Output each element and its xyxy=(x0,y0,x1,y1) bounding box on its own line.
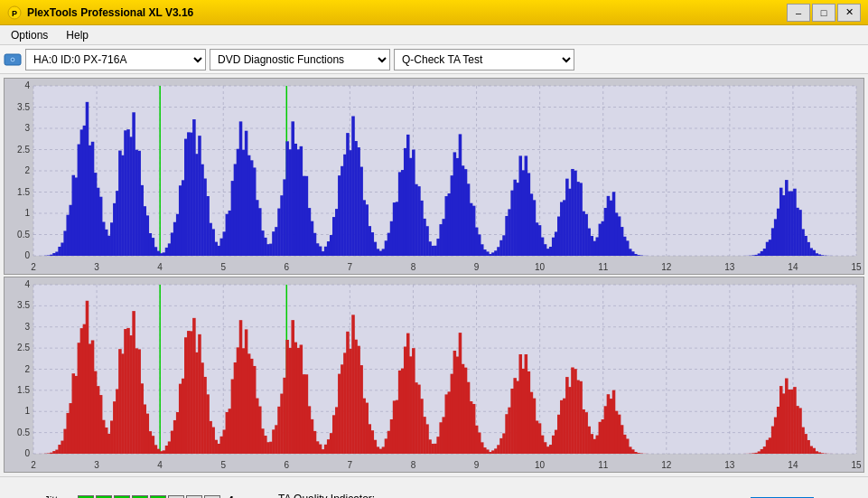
meter-cell-2 xyxy=(114,495,130,499)
jitter-label: Jitter: xyxy=(7,494,70,499)
plextools-icon: P xyxy=(7,5,22,20)
drive-icon xyxy=(4,51,22,69)
bottom-panel: Jitter: 4 Peak Shift: 3 TA Quality Indic… xyxy=(0,476,868,498)
toolbar: HA:0 ID:0 PX-716A DVD Diagnostic Functio… xyxy=(0,45,868,74)
bottom-chart xyxy=(5,277,863,472)
function-select[interactable]: DVD Diagnostic Functions xyxy=(210,49,390,70)
top-chart-container xyxy=(4,78,864,275)
bottom-chart-container xyxy=(4,277,864,473)
main-content xyxy=(0,74,868,476)
metrics-left: Jitter: 4 Peak Shift: 3 xyxy=(7,494,242,499)
menu-help[interactable]: Help xyxy=(59,27,96,43)
device-selector-group: HA:0 ID:0 PX-716A xyxy=(4,49,206,70)
meter-cell-3 xyxy=(132,495,148,499)
jitter-value: 4 xyxy=(228,494,242,499)
title-text: PlexTools Professional XL V3.16 xyxy=(27,6,193,19)
ta-quality: TA Quality Indicator: Good xyxy=(278,493,375,499)
meter-cell-1 xyxy=(96,495,112,499)
meter-cell-7 xyxy=(204,495,220,499)
title-bar-left: P PlexTools Professional XL V3.16 xyxy=(7,5,193,20)
title-controls: – □ ✕ xyxy=(787,4,861,22)
menu-options[interactable]: Options xyxy=(4,27,55,43)
menu-bar: Options Help xyxy=(0,25,868,45)
close-button[interactable]: ✕ xyxy=(837,4,861,22)
title-bar: P PlexTools Professional XL V3.16 – □ ✕ xyxy=(0,0,868,25)
drive-select[interactable]: HA:0 ID:0 PX-716A xyxy=(25,49,206,70)
ta-quality-label: TA Quality Indicator: xyxy=(278,493,375,499)
test-select[interactable]: Q-Check TA Test xyxy=(394,49,574,70)
meter-cell-4 xyxy=(150,495,166,499)
top-chart xyxy=(5,79,863,274)
meter-cell-5 xyxy=(168,495,184,499)
svg-text:P: P xyxy=(12,9,17,18)
jitter-row: Jitter: 4 xyxy=(7,494,242,499)
maximize-button[interactable]: □ xyxy=(812,4,835,22)
meter-cell-0 xyxy=(78,495,94,499)
jitter-meter xyxy=(78,495,220,499)
meter-cell-6 xyxy=(186,495,202,499)
svg-point-4 xyxy=(12,59,14,61)
minimize-button[interactable]: – xyxy=(787,4,810,22)
